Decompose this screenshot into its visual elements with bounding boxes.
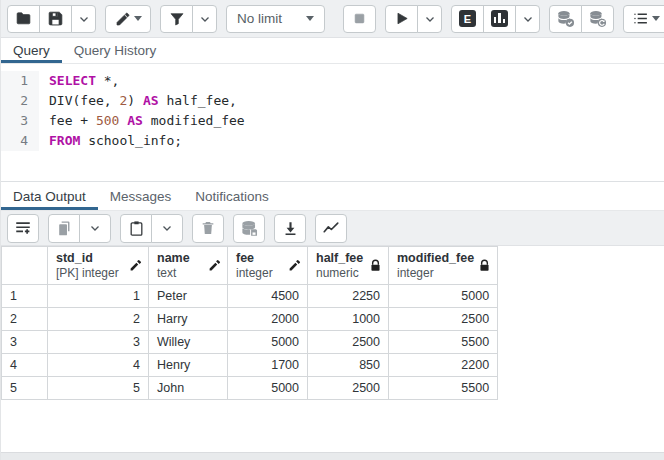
edit-dropdown-button[interactable] <box>105 5 151 33</box>
cell-modified-fee[interactable]: 5000 <box>389 285 498 308</box>
line-number: 1 <box>1 71 39 91</box>
execute-button[interactable] <box>385 5 418 33</box>
sql-editor[interactable]: 1SELECT *,2DIV(fee, 2) AS half_fee,3fee … <box>1 64 664 181</box>
filter-options-dropdown[interactable] <box>192 5 217 33</box>
cell-name[interactable]: Peter <box>149 285 228 308</box>
cell-name[interactable]: Willey <box>149 331 228 354</box>
cell-modified-fee[interactable]: 5500 <box>389 331 498 354</box>
sql-line[interactable]: 1SELECT *, <box>1 71 664 91</box>
cell-fee[interactable]: 5000 <box>228 331 308 354</box>
main-toolbar: No limit E <box>1 0 664 38</box>
play-icon <box>393 10 410 27</box>
chevron-down-icon <box>161 222 173 234</box>
paste-icon <box>128 220 145 237</box>
tab-query-history[interactable]: Query History <box>62 38 169 63</box>
cell-modified-fee[interactable]: 2200 <box>389 354 498 377</box>
column-header-half-fee[interactable]: half_feenumeric <box>308 247 389 285</box>
sql-line[interactable]: 4FROM school_info; <box>1 131 664 151</box>
tab-data-output[interactable]: Data Output <box>1 182 98 210</box>
database-save-icon <box>240 219 259 238</box>
cell-std-id[interactable]: 2 <box>48 308 149 331</box>
column-header-name[interactable]: nametext <box>149 247 228 285</box>
delete-group <box>192 214 224 243</box>
save-file-button[interactable] <box>39 5 72 33</box>
column-name: name <box>157 251 190 266</box>
save-data-changes-button[interactable] <box>233 214 265 243</box>
cell-half-fee[interactable]: 2500 <box>308 331 389 354</box>
filter-button-group <box>160 5 217 33</box>
download-button[interactable] <box>274 214 306 243</box>
cell-name[interactable]: Harry <box>149 308 228 331</box>
column-header-std-id[interactable]: std_id[PK] integer <box>48 247 149 285</box>
cell-half-fee[interactable]: 2250 <box>308 285 389 308</box>
tab-messages[interactable]: Messages <box>98 182 184 210</box>
commit-icon <box>556 9 575 28</box>
stop-icon <box>352 11 367 26</box>
cell-modified-fee[interactable]: 2500 <box>389 308 498 331</box>
results-grid: std_id[PK] integernametextfeeintegerhalf… <box>1 246 664 400</box>
explain-options-dropdown[interactable] <box>515 5 540 33</box>
save-options-dropdown[interactable] <box>71 5 96 33</box>
cell-fee[interactable]: 4500 <box>228 285 308 308</box>
cell-half-fee[interactable]: 1000 <box>308 308 389 331</box>
row-number-cell[interactable]: 5 <box>2 377 48 400</box>
open-file-button[interactable] <box>7 5 40 33</box>
copy-options-dropdown[interactable] <box>79 214 111 243</box>
cell-modified-fee[interactable]: 5500 <box>389 377 498 400</box>
copy-button[interactable] <box>48 214 80 243</box>
commit-button[interactable] <box>549 5 582 33</box>
paste-button[interactable] <box>120 214 152 243</box>
filter-button[interactable] <box>160 5 193 33</box>
row-number-cell[interactable]: 2 <box>2 308 48 331</box>
tab-label: Data Output <box>13 189 86 204</box>
chevron-down-icon <box>78 13 90 25</box>
stop-button[interactable] <box>343 5 376 33</box>
rollback-icon <box>588 9 607 28</box>
cell-std-id[interactable]: 4 <box>48 354 149 377</box>
row-number-cell[interactable]: 1 <box>2 285 48 308</box>
line-chart-icon <box>322 219 340 237</box>
add-row-button[interactable] <box>7 214 39 243</box>
row-number-cell[interactable]: 3 <box>2 331 48 354</box>
table-row: 33Willey500025005500 <box>2 331 498 354</box>
cell-half-fee[interactable]: 850 <box>308 354 389 377</box>
download-icon <box>282 220 299 237</box>
row-limit-value: No limit <box>237 11 282 26</box>
sql-line[interactable]: 3fee + 500 AS modified_fee <box>1 111 664 131</box>
column-header-modified-fee[interactable]: modified_feeinteger <box>389 247 498 285</box>
column-header-fee[interactable]: feeinteger <box>228 247 308 285</box>
graph-visualiser-button[interactable] <box>315 214 347 243</box>
column-type: text <box>157 266 190 281</box>
copy-icon <box>56 220 73 237</box>
macros-dropdown-button[interactable] <box>623 5 664 33</box>
cell-std-id[interactable]: 5 <box>48 377 149 400</box>
row-limit-select[interactable]: No limit <box>226 5 325 33</box>
graph-group <box>315 214 347 243</box>
cell-std-id[interactable]: 1 <box>48 285 149 308</box>
sql-line[interactable]: 2DIV(fee, 2) AS half_fee, <box>1 91 664 111</box>
edit-button-group <box>105 5 151 33</box>
cell-half-fee[interactable]: 2500 <box>308 377 389 400</box>
transaction-button-group <box>549 5 614 33</box>
execute-options-dropdown[interactable] <box>417 5 442 33</box>
cell-fee[interactable]: 5000 <box>228 377 308 400</box>
paste-options-dropdown[interactable] <box>151 214 183 243</box>
explain-button-group: E <box>451 5 540 33</box>
tab-notifications[interactable]: Notifications <box>183 182 281 210</box>
folder-icon <box>15 10 32 27</box>
row-number-header[interactable] <box>2 247 48 285</box>
cell-name[interactable]: John <box>149 377 228 400</box>
cell-fee[interactable]: 1700 <box>228 354 308 377</box>
explain-button[interactable]: E <box>451 5 484 33</box>
column-type: integer <box>236 266 273 281</box>
tab-query[interactable]: Query <box>1 38 62 63</box>
explain-analyze-button[interactable] <box>483 5 516 33</box>
row-number-cell[interactable]: 4 <box>2 354 48 377</box>
cell-fee[interactable]: 2000 <box>228 308 308 331</box>
rollback-button[interactable] <box>581 5 614 33</box>
chevron-down-icon <box>199 13 211 25</box>
cell-std-id[interactable]: 3 <box>48 331 149 354</box>
grid-header-row: std_id[PK] integernametextfeeintegerhalf… <box>2 247 498 285</box>
cell-name[interactable]: Henry <box>149 354 228 377</box>
delete-row-button[interactable] <box>192 214 224 243</box>
